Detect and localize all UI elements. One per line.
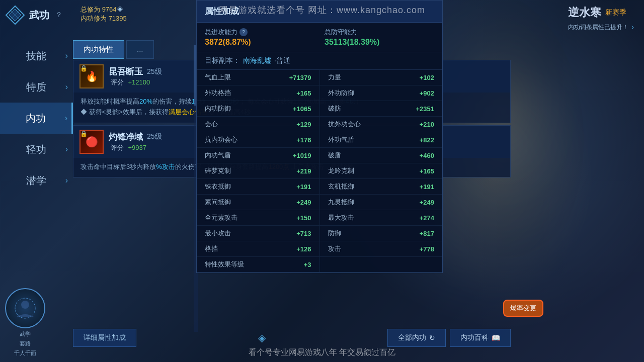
nav-arrow-qinggong: › bbox=[65, 145, 68, 154]
attr-cell-right: 破盾+460 bbox=[320, 148, 443, 163]
bottom-left-panel: 武学 套路 千人千面 bbox=[5, 288, 45, 357]
skill-1-score-value: +12100 bbox=[128, 78, 150, 86]
logo-question[interactable]: ？ bbox=[55, 11, 62, 20]
avatar-label-3: 千人千面 bbox=[14, 349, 36, 357]
brand-season: 新赛季 bbox=[605, 8, 626, 17]
left-navigation: 技能 › 特质 › 内功 › 轻功 › 潜学 › bbox=[0, 40, 73, 196]
avatar-inner bbox=[13, 296, 38, 321]
nav-label-qianxue: 潜学 bbox=[26, 174, 46, 188]
skill-2-score-value: +9937 bbox=[128, 144, 146, 151]
attr-cell-right: 外功气盾+822 bbox=[320, 132, 443, 147]
lock-icon-1: 🔒 bbox=[80, 65, 88, 72]
skill-2-level: 25级 bbox=[147, 132, 162, 141]
total-attack-item: 总进攻能力 ? 3872(8.87%) bbox=[205, 28, 314, 47]
brand-desc: 内功词条属性已提升！ bbox=[568, 23, 628, 32]
nav-arrow-neigong: › bbox=[65, 114, 67, 123]
attribute-panel: 属性加成 总进攻能力 ? 3872(8.87%) 总防守能力 35113(18.… bbox=[196, 0, 443, 273]
detail-attr-button[interactable]: 详细属性加成 bbox=[73, 329, 136, 347]
attr-cell-left: 碎梦克制+219 bbox=[197, 163, 320, 178]
sidebar-item-qinggong[interactable]: 轻功 › bbox=[0, 134, 73, 165]
attr-cell-left: 内功气盾+1019 bbox=[197, 148, 320, 163]
nav-arrow-qianxue: › bbox=[65, 176, 68, 185]
attr-cell-left: 格挡+126 bbox=[197, 241, 320, 256]
total-defense-label: 总防守能力 bbox=[325, 28, 434, 37]
sidebar-item-jingeng[interactable]: 技能 › bbox=[0, 40, 73, 71]
attr-cell-left: 外功格挡+165 bbox=[197, 85, 320, 101]
lock-icon-2: 🔒 bbox=[80, 130, 88, 137]
sidebar-item-neigong[interactable]: 内功 › bbox=[0, 103, 73, 134]
attr-table-row: 铁衣抵御+191玄机抵御+191 bbox=[197, 179, 442, 195]
tab-neigong-tezhi[interactable]: 内功特性 bbox=[73, 40, 124, 59]
nav-label-neigong: 内功 bbox=[26, 112, 46, 125]
skill-1-name: 昆吾断玉 bbox=[109, 66, 143, 77]
explosion-popup[interactable]: 爆率变更 bbox=[503, 300, 543, 317]
nav-label-tezhi: 特质 bbox=[26, 80, 46, 94]
svg-point-6 bbox=[21, 301, 29, 309]
attr-total-row: 总进攻能力 ? 3872(8.87%) 总防守能力 35113(18.39%) bbox=[197, 23, 442, 52]
bottom-bar: 详细属性加成 ◈ 全部内功 ↻ 内功百科 📖 bbox=[73, 329, 511, 347]
avatar-label-1: 武学 bbox=[20, 330, 31, 338]
attr-cell-right: 龙吟克制+165 bbox=[320, 163, 443, 178]
tab-other[interactable]: ... bbox=[126, 40, 154, 59]
attr-table-row: 会心+129抗外功会心+210 bbox=[197, 117, 442, 132]
nav-label-qinggong: 轻功 bbox=[26, 143, 46, 156]
avatar[interactable] bbox=[5, 288, 45, 328]
attr-cell-right: 玄机抵御+191 bbox=[320, 179, 443, 194]
attr-cell-right: 九灵抵御+249 bbox=[320, 195, 443, 210]
attr-table-row: 特性效果等级+3 bbox=[197, 257, 442, 273]
attr-table: 气血上限+71379力量+102外功格挡+165外功防御+902内功防御+106… bbox=[197, 70, 442, 273]
attr-table-row: 抗内功会心+176外功气盾+822 bbox=[197, 132, 442, 148]
nav-arrow-tezhi: › bbox=[65, 82, 68, 92]
avatar-label-2: 套路 bbox=[20, 340, 31, 347]
total-defense-value: 35113(18.39%) bbox=[325, 38, 434, 47]
total-defense-item: 总防守能力 35113(18.39%) bbox=[325, 28, 434, 47]
attr-table-row: 内功防御+1065破防+2351 bbox=[197, 101, 442, 117]
attr-table-row: 碎梦克制+219龙吟克制+165 bbox=[197, 163, 442, 179]
all-neigong-button[interactable]: 全部内功 ↻ bbox=[387, 329, 446, 347]
explosion-text: 爆率变更 bbox=[510, 304, 536, 312]
skill-2-name: 灼锋净域 bbox=[109, 131, 143, 143]
total-attack-value: 3872(8.87%) bbox=[205, 38, 314, 47]
bottom-right-buttons: 全部内功 ↻ 内功百科 📖 bbox=[387, 329, 511, 347]
bottom-arrow-left-icon: ◈ bbox=[258, 332, 266, 344]
attr-table-row: 外功格挡+165外功防御+902 bbox=[197, 85, 442, 101]
logo-icon bbox=[5, 5, 25, 25]
brand-title: 逆水寒 bbox=[568, 5, 601, 20]
total-attack-question[interactable]: ? bbox=[239, 28, 248, 36]
target-label: 目标副本： bbox=[205, 56, 240, 65]
attr-table-row: 格挡+126攻击+778 bbox=[197, 241, 442, 257]
attr-cell-right: 抗外功会心+210 bbox=[320, 117, 443, 132]
attr-target-row: 目标副本： 南海乱墟 ·普通 bbox=[197, 52, 442, 70]
attr-cell-left: 内功防御+1065 bbox=[197, 101, 320, 116]
chevron-right-icon[interactable]: › bbox=[631, 23, 634, 32]
attr-cell-right: 力量+102 bbox=[320, 70, 443, 85]
neigong-baike-button[interactable]: 内功百科 📖 bbox=[450, 329, 511, 347]
attr-cell-left: 会心+129 bbox=[197, 117, 320, 132]
all-neigong-label: 全部内功 bbox=[398, 333, 426, 342]
nav-label-jingeng: 技能 bbox=[26, 49, 46, 63]
skill-2-icon: 🔒 🔴 bbox=[79, 130, 104, 154]
attr-cell-right bbox=[320, 257, 443, 272]
inner-stat-value: 71395 bbox=[109, 15, 127, 22]
logo-area: 武功 ？ bbox=[5, 5, 62, 25]
book-icon: 📖 bbox=[492, 334, 500, 342]
skill-1-level: 25级 bbox=[147, 67, 162, 76]
total-attack-label: 总进攻能力 ? bbox=[205, 28, 314, 37]
total-stat-value: 9764 bbox=[102, 6, 117, 13]
attr-cell-left: 全元素攻击+150 bbox=[197, 210, 320, 225]
attr-cell-right: 防御+817 bbox=[320, 226, 443, 241]
neigong-baike-label: 内功百科 bbox=[460, 333, 489, 342]
attr-table-row: 最小攻击+713防御+817 bbox=[197, 226, 442, 241]
target-diff: ·普通 bbox=[274, 56, 290, 65]
top-right-brand: 逆水寒 新赛季 内功词条属性已提升！ › bbox=[568, 5, 634, 32]
watermark-bottom: 看个号专业网易游戏八年 年交易额过百亿 bbox=[249, 347, 395, 358]
sidebar-item-tezhi[interactable]: 特质 › bbox=[0, 71, 73, 103]
attr-cell-left: 铁衣抵御+191 bbox=[197, 179, 320, 194]
skill-2-score-label: 评分 bbox=[111, 144, 124, 151]
target-name: 南海乱墟 bbox=[243, 56, 271, 65]
attr-cell-left: 特性效果等级+3 bbox=[197, 257, 320, 272]
attr-cell-left: 最小攻击+713 bbox=[197, 226, 320, 241]
watermark-top: 网易游戏就选看个号 网址：www.kangchao.com bbox=[219, 4, 425, 16]
attr-cell-right: 破防+2351 bbox=[320, 101, 443, 116]
sidebar-item-qianxue[interactable]: 潜学 › bbox=[0, 165, 73, 196]
